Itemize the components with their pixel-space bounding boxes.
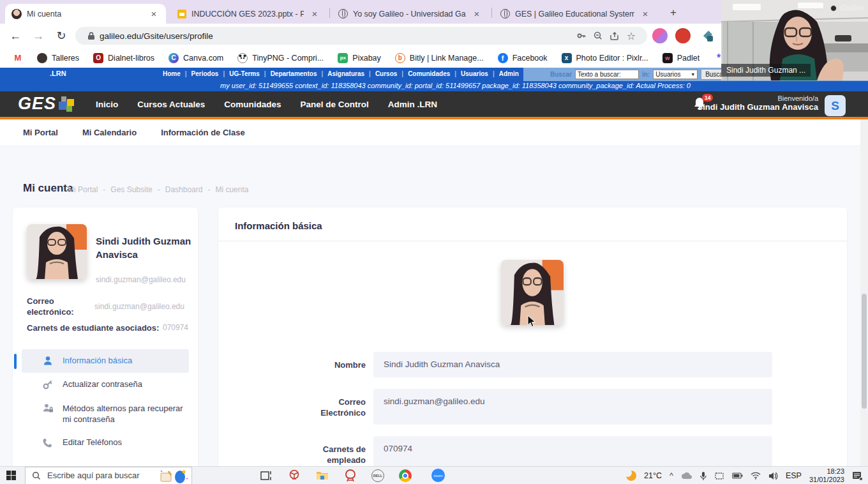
tab-title: Yo soy Galileo - Universidad Gali — [353, 10, 466, 19]
field-nombre-input[interactable]: Sindi Judith Guzman Anavisca — [373, 352, 772, 377]
nav-comunidades[interactable]: Comunidades — [224, 100, 281, 109]
tab-mi-cuenta[interactable]: Mi cuenta × — [5, 4, 166, 24]
bookmark-padlet[interactable]: w Padlet — [662, 53, 700, 63]
tab-yo-soy-galileo[interactable]: Yo soy Galileo - Universidad Gali × — [332, 4, 489, 24]
sidebar-user-name: Sindi Judith Guzman Anavisca — [96, 234, 198, 261]
crumb-ges-subsite[interactable]: Ges Subsite — [110, 185, 152, 194]
lrn-menu-home[interactable]: Home — [163, 70, 181, 77]
bookmark-dialnet[interactable]: O Dialnet-libros — [93, 53, 154, 63]
welcome-block: Bienvenido/a Sindi Judith Guzman Anavisc… — [698, 95, 819, 112]
extension-red-icon[interactable] — [675, 28, 691, 43]
user-avatar[interactable]: S — [825, 95, 846, 116]
field-correo-input[interactable]: sindi.guzman@galileo.edu — [373, 389, 772, 425]
address-bar[interactable]: galileo.edu/Gsite/users/profile ☆ — [75, 27, 647, 45]
onedrive-cloud-icon[interactable] — [681, 472, 692, 480]
bookmark-canva[interactable]: C Canva.com — [168, 53, 223, 63]
field-correo-label: Correo Electrónico — [223, 389, 373, 425]
ges-nav-items: Inicio Cursos Actuales Comunidades Panel… — [96, 100, 437, 109]
share-icon[interactable] — [606, 27, 623, 44]
taskbar-search[interactable]: Escribe aquí para buscar — [25, 467, 192, 484]
system-tray: 21°C ^ ESP 18:23 31/01/2023 — [626, 467, 863, 484]
ges-logo-square-gray — [61, 96, 66, 102]
start-button-icon[interactable] — [6, 471, 16, 480]
zoom-out-icon[interactable] — [590, 27, 606, 44]
forward-icon[interactable]: → — [29, 27, 47, 45]
lrn-menu-asignaturas[interactable]: Asignaturas — [327, 70, 364, 77]
lrn-search-input[interactable] — [575, 70, 639, 79]
bookmark-facebook[interactable]: f Facebook — [498, 53, 548, 63]
lrn-menu-departamentos[interactable]: Departamentos — [271, 70, 317, 77]
menu-informacion-basica[interactable]: Información básica — [22, 349, 189, 373]
taskbar-clock[interactable]: 18:23 31/01/2023 — [809, 467, 844, 484]
passwords-key-icon[interactable] — [573, 27, 590, 44]
menu-editar-telefonos[interactable]: Editar Teléfonos — [13, 431, 198, 455]
page-scrollbar-track[interactable] — [860, 119, 868, 466]
temperature[interactable]: 21°C — [644, 471, 662, 480]
lrn-menu-comunidades[interactable]: Comunidades — [408, 70, 450, 77]
nav-admin-lrn[interactable]: Admin .LRN — [388, 100, 437, 109]
speaker-icon[interactable] — [768, 472, 778, 480]
bookmark-talleres[interactable]: Talleres — [37, 53, 79, 63]
lrn-menu-ugterms[interactable]: UG-Terms — [229, 70, 260, 77]
ges-logo[interactable]: GES — [18, 94, 56, 114]
extension-pink-icon[interactable] — [652, 28, 668, 43]
subnav-mi-calendario[interactable]: Mi Calendario — [82, 128, 137, 137]
cast-icon[interactable] — [714, 472, 724, 480]
nav-cursos-actuales[interactable]: Cursos Actuales — [137, 100, 205, 109]
menu-actualizar-contrasena[interactable]: Actualizar contraseña — [13, 373, 198, 397]
bookmark-gmail[interactable]: M — [13, 53, 23, 63]
task-view-icon[interactable] — [259, 469, 273, 483]
crumb-mi-cuenta[interactable]: Mi cuenta — [215, 185, 248, 194]
lrn-menu-cursos[interactable]: Cursos — [375, 70, 397, 77]
crumb-mi-portal[interactable]: Mi Portal — [68, 185, 98, 194]
snip-app-icon[interactable] — [343, 469, 357, 483]
lrn-menu-periodos[interactable]: Periodos — [191, 70, 219, 77]
notification-center-icon[interactable] — [852, 471, 863, 481]
tray-chevron-icon[interactable]: ^ — [670, 471, 673, 480]
page-scrollbar-thumb[interactable] — [862, 294, 867, 409]
bookmark-tinypng[interactable]: TinyPNG - Compri... — [237, 53, 324, 63]
chrome-icon[interactable] — [398, 469, 412, 483]
new-tab-button[interactable]: + — [666, 5, 681, 20]
zoom-app-icon[interactable]: zoom — [431, 469, 445, 482]
tab-close-icon[interactable]: × — [471, 8, 483, 20]
back-icon[interactable]: ← — [6, 27, 24, 45]
canva-icon: C — [168, 53, 179, 63]
field-carnets-input[interactable]: 070974 — [373, 436, 772, 466]
subnav-informacion-de-clase[interactable]: Información de Clase — [161, 128, 244, 137]
pixlr-icon: x — [562, 53, 572, 63]
divider — [218, 241, 847, 241]
nav-inicio[interactable]: Inicio — [96, 100, 118, 109]
tab-close-icon[interactable]: × — [640, 8, 651, 20]
profile-menu: Información básica Actualizar contraseña… — [13, 349, 198, 455]
battery-icon[interactable] — [732, 472, 743, 480]
lrn-menu-usuarios[interactable]: Usuarios — [461, 70, 488, 77]
language-indicator[interactable]: ESP — [786, 471, 802, 480]
bookmark-bitly[interactable]: b Bitly | Link Manage... — [395, 53, 484, 63]
reload-icon[interactable]: ↻ — [52, 27, 70, 45]
menu-metodos-alternos[interactable]: Métodos alternos para recuperar mi contr… — [13, 397, 198, 431]
nav-panel-de-control[interactable]: Panel de Control — [301, 100, 369, 109]
search-decoration-icon — [160, 469, 189, 483]
subnav-mi-portal[interactable]: Mi Portal — [23, 128, 58, 137]
crumb-dashboard[interactable]: Dashboard — [165, 185, 203, 194]
lrn-menu-admin[interactable]: Admin — [499, 70, 519, 77]
tab-ges-system[interactable]: GES | Galileo Educational System × — [494, 4, 657, 24]
tab-close-icon[interactable]: × — [309, 8, 320, 20]
file-explorer-icon[interactable] — [315, 469, 329, 483]
slides-icon — [177, 10, 186, 19]
dell-icon[interactable]: DELL — [371, 469, 384, 482]
bookmark-pixlr[interactable]: x Photo Editor : Pixlr... — [562, 53, 648, 63]
eyedropper-icon[interactable] — [700, 28, 715, 43]
bookmark-pixabay[interactable]: px Pixabay — [338, 53, 380, 63]
tab-induccion-ges[interactable]: INDUCCIÓN GES 2023.pptx - Pre × — [171, 4, 327, 24]
facebook-icon: f — [498, 53, 508, 63]
fan-app-icon[interactable] — [287, 469, 301, 483]
bookmark-star-icon[interactable]: ☆ — [623, 27, 640, 44]
tab-favicon-avatar — [11, 9, 22, 19]
microphone-icon[interactable] — [700, 471, 707, 481]
tab-close-icon[interactable]: × — [148, 8, 160, 20]
lrn-scope-select[interactable]: Usuarios ▼ — [653, 70, 698, 79]
webcam-video-overlay[interactable]: Galileo Sindi Judith Guzman ... — [721, 0, 868, 80]
wifi-icon[interactable] — [751, 472, 761, 480]
